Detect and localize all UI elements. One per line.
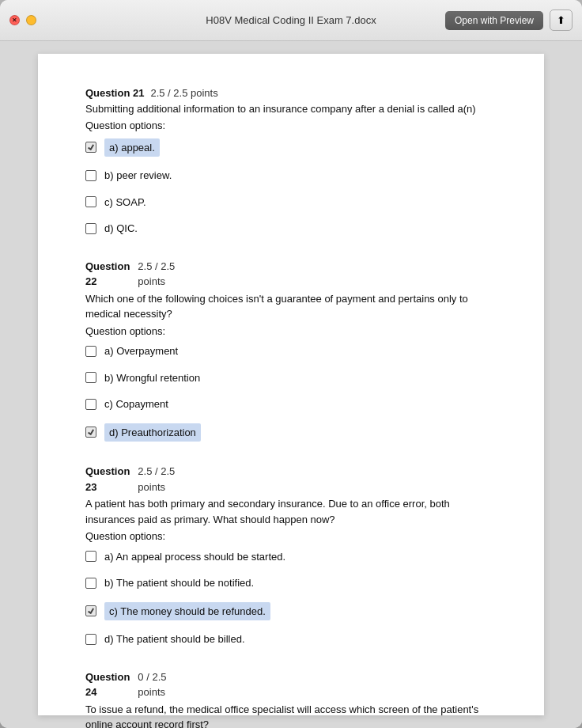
question-22-text: Which one of the following choices isn't…	[85, 291, 497, 322]
question-21-label: Question 21	[85, 85, 144, 101]
q22-option-b: b) Wrongful retention	[85, 370, 497, 386]
q23-checkbox-a[interactable]	[85, 551, 96, 562]
question-24-num-col: Question 24	[85, 669, 130, 700]
question-23-header: Question 23 2.5 / 2.5 points	[85, 464, 497, 495]
question-24-block: Question 24 0 / 2.5 points To issue a re…	[85, 669, 497, 729]
window-title: H08V Medical Coding II Exam 7.docx	[206, 14, 376, 26]
question-21-header: Question 21 2.5 / 2.5 points	[85, 85, 497, 101]
question-24-label: Question	[85, 671, 130, 683]
question-21-options-label: Question options:	[85, 118, 497, 134]
q21-checkbox-c[interactable]	[85, 196, 96, 207]
question-22-pts-col: 2.5 / 2.5 points	[138, 259, 175, 290]
q21-option-a: a) appeal.	[85, 138, 497, 157]
q23-text-c: c) The money should be refunded.	[104, 602, 270, 621]
q21-text-a: a) appeal.	[104, 138, 160, 157]
question-23-pts1: 2.5 / 2.5	[138, 465, 175, 477]
question-21-points: 2.5 / 2.5 points	[150, 85, 217, 101]
close-button[interactable]: ✕	[9, 15, 20, 25]
question-23-label: Question	[85, 465, 130, 477]
question-22-pts2: points	[138, 275, 165, 287]
question-22-header: Question 22 2.5 / 2.5 points	[85, 259, 497, 290]
question-21-text: Submitting additional information to an …	[85, 101, 497, 117]
q23-checkbox-b[interactable]	[85, 578, 96, 589]
question-23-text: A patient has both primary and secondary…	[85, 496, 497, 527]
q23-text-b: b) The patient should be notified.	[104, 575, 254, 591]
q22-text-a: a) Overpayment	[104, 343, 178, 359]
q22-text-c: c) Copayment	[104, 396, 168, 412]
q21-text-b: b) peer review.	[104, 168, 172, 184]
question-22-num: 22	[85, 275, 96, 287]
q21-option-c: c) SOAP.	[85, 195, 497, 210]
q22-checkbox-a[interactable]	[85, 346, 96, 357]
q23-option-d: d) The patient should be billed.	[85, 631, 497, 647]
q21-checkbox-b[interactable]	[85, 170, 96, 181]
question-24-pts-col: 0 / 2.5 points	[138, 669, 166, 700]
q23-text-a: a) An appeal process should be started.	[104, 549, 285, 565]
q22-option-c: c) Copayment	[85, 396, 497, 412]
question-21-block: Question 21 2.5 / 2.5 points Submitting …	[85, 85, 497, 237]
question-24-header: Question 24 0 / 2.5 points	[85, 669, 497, 700]
q21-option-d: d) QIC.	[85, 221, 497, 237]
question-23-pts-col: 2.5 / 2.5 points	[138, 464, 175, 495]
q22-checkbox-d[interactable]	[85, 427, 96, 438]
q21-text-d: d) QIC.	[104, 221, 138, 237]
question-22-label: Question	[85, 260, 130, 272]
share-button[interactable]: ⬆	[550, 9, 573, 31]
q23-option-c: c) The money should be refunded.	[85, 602, 497, 621]
document: Question 21 2.5 / 2.5 points Submitting …	[38, 54, 544, 715]
titlebar-actions: Open with Preview ⬆	[445, 9, 573, 31]
q22-option-a: a) Overpayment	[85, 343, 497, 359]
q23-option-a: a) An appeal process should be started.	[85, 549, 497, 565]
question-22-options-label: Question options:	[85, 324, 497, 339]
question-23-num-col: Question 23	[85, 464, 130, 495]
q23-checkbox-d[interactable]	[85, 634, 96, 645]
q22-checkbox-b[interactable]	[85, 372, 96, 383]
q21-option-b: b) peer review.	[85, 168, 497, 184]
q21-checkbox-d[interactable]	[85, 223, 96, 234]
q22-option-d: d) Preauthorization	[85, 423, 497, 442]
q23-option-b: b) The patient should be notified.	[85, 575, 497, 591]
q22-text-d: d) Preauthorization	[104, 423, 201, 442]
open-with-preview-button[interactable]: Open with Preview	[445, 11, 543, 30]
q23-text-d: d) The patient should be billed.	[104, 631, 245, 647]
question-24-pts2: points	[138, 686, 165, 698]
q23-checkbox-c[interactable]	[85, 605, 96, 616]
app-window: ✕ H08V Medical Coding II Exam 7.docx Ope…	[0, 0, 582, 728]
question-22-pts1: 2.5 / 2.5	[138, 260, 175, 272]
question-23-pts2: points	[138, 481, 165, 493]
q22-text-b: b) Wrongful retention	[104, 370, 200, 386]
titlebar: ✕ H08V Medical Coding II Exam 7.docx Ope…	[0, 0, 582, 41]
traffic-lights: ✕	[9, 15, 36, 25]
question-23-num: 23	[85, 481, 96, 493]
content-area: Question 21 2.5 / 2.5 points Submitting …	[0, 41, 582, 728]
share-icon: ⬆	[557, 14, 565, 26]
q21-text-c: c) SOAP.	[104, 195, 146, 210]
question-24-num: 24	[85, 686, 96, 698]
question-24-pts1: 0 / 2.5	[138, 671, 166, 683]
q21-checkbox-a[interactable]	[85, 142, 96, 153]
question-22-block: Question 22 2.5 / 2.5 points Which one o…	[85, 259, 497, 442]
question-23-options-label: Question options:	[85, 529, 497, 544]
question-24-text: To issue a refund, the medical office sp…	[85, 702, 497, 729]
minimize-button[interactable]	[26, 15, 36, 25]
question-22-num-col: Question 22	[85, 259, 130, 290]
question-23-block: Question 23 2.5 / 2.5 points A patient h…	[85, 464, 497, 647]
q22-checkbox-c[interactable]	[85, 399, 96, 410]
